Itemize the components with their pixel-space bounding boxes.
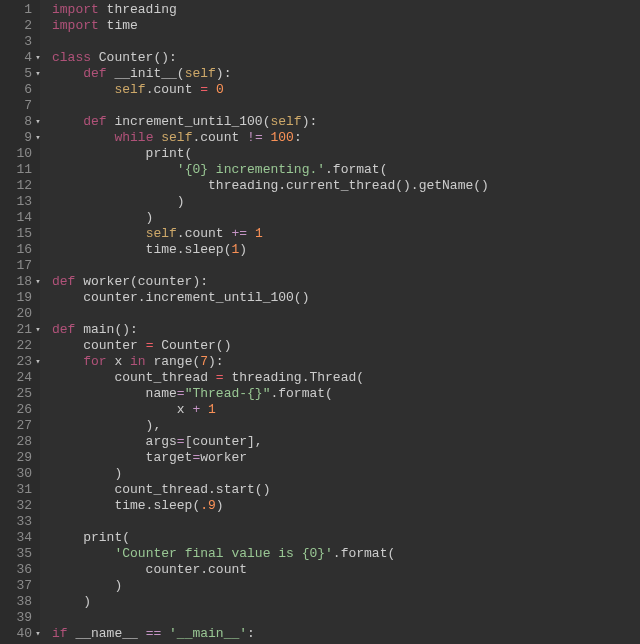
code-line[interactable]: ): [52, 466, 640, 482]
token-assign: =: [216, 370, 224, 385]
code-line[interactable]: import threading: [52, 2, 640, 18]
token-kw: if: [52, 626, 68, 641]
code-line[interactable]: ): [52, 210, 640, 226]
code-line[interactable]: def worker(counter):: [52, 274, 640, 290]
code-line[interactable]: def increment_until_100(self):: [52, 114, 640, 130]
code-line[interactable]: [52, 258, 640, 274]
token-text: count_thread.start(): [52, 482, 270, 497]
code-line[interactable]: 'Counter final value is {0}'.format(: [52, 546, 640, 562]
code-line[interactable]: [52, 610, 640, 626]
code-line[interactable]: class Counter():: [52, 50, 640, 66]
code-line[interactable]: target=worker: [52, 450, 640, 466]
code-line[interactable]: args=[counter],: [52, 434, 640, 450]
code-line[interactable]: counter = Counter(): [52, 338, 640, 354]
code-editor[interactable]: 1234▾5▾678▾9▾101112131415161718▾192021▾2…: [0, 0, 640, 644]
line-number: 38: [0, 594, 38, 610]
code-line[interactable]: self.count += 1: [52, 226, 640, 242]
token-kw: def: [52, 322, 75, 337]
token-str: 'Counter final value is {0}': [114, 546, 332, 561]
line-number: 18▾: [0, 274, 38, 290]
token-text: x: [107, 354, 130, 369]
token-op: +=: [231, 226, 247, 241]
code-line[interactable]: def main():: [52, 322, 640, 338]
code-line[interactable]: ),: [52, 418, 640, 434]
token-text: print(: [52, 530, 130, 545]
code-line[interactable]: [52, 34, 640, 50]
line-number: 11: [0, 162, 38, 178]
code-line[interactable]: counter.count: [52, 562, 640, 578]
code-line[interactable]: threading.current_thread().getName(): [52, 178, 640, 194]
token-text: [52, 546, 114, 561]
token-text: print(: [52, 146, 192, 161]
line-number: 26: [0, 402, 38, 418]
code-line[interactable]: self.count = 0: [52, 82, 640, 98]
token-text: counter.increment_until_100(): [52, 290, 309, 305]
code-line[interactable]: ): [52, 594, 640, 610]
code-line[interactable]: time.sleep(1): [52, 242, 640, 258]
token-text: [52, 226, 146, 241]
code-line[interactable]: [52, 306, 640, 322]
code-line[interactable]: while self.count != 100:: [52, 130, 640, 146]
token-kw: class: [52, 50, 91, 65]
token-text: .count: [177, 226, 232, 241]
code-line[interactable]: [52, 514, 640, 530]
code-line[interactable]: time.sleep(.9): [52, 498, 640, 514]
token-text: .format(: [325, 162, 387, 177]
token-text: ):: [208, 354, 224, 369]
code-line[interactable]: counter.increment_until_100(): [52, 290, 640, 306]
token-text: [52, 162, 177, 177]
token-text: [208, 82, 216, 97]
token-text: ):: [302, 114, 318, 129]
line-number: 3: [0, 34, 38, 50]
code-line[interactable]: x + 1: [52, 402, 640, 418]
token-text: __init__(: [107, 66, 185, 81]
code-area[interactable]: import threadingimport timeclass Counter…: [40, 0, 640, 644]
code-line[interactable]: name="Thread-{}".format(: [52, 386, 640, 402]
token-text: threading.current_thread().getName(): [52, 178, 489, 193]
token-text: [52, 130, 114, 145]
code-line[interactable]: print(: [52, 530, 640, 546]
fold-icon[interactable]: ▾: [34, 322, 42, 338]
token-text: .format(: [333, 546, 395, 561]
token-text: __name__: [68, 626, 146, 641]
fold-icon[interactable]: ▾: [34, 50, 42, 66]
token-num: 7: [200, 354, 208, 369]
code-line[interactable]: print(: [52, 146, 640, 162]
line-number: 23▾: [0, 354, 38, 370]
fold-icon[interactable]: ▾: [34, 114, 42, 130]
code-line[interactable]: ): [52, 194, 640, 210]
line-number: 27: [0, 418, 38, 434]
token-text: counter.count: [52, 562, 247, 577]
gutter: 1234▾5▾678▾9▾101112131415161718▾192021▾2…: [0, 0, 40, 644]
code-line[interactable]: if __name__ == '__main__':: [52, 626, 640, 642]
line-number: 14: [0, 210, 38, 226]
token-op: ==: [146, 626, 162, 641]
token-text: ): [52, 466, 122, 481]
code-line[interactable]: '{0} incrementing.'.format(: [52, 162, 640, 178]
code-line[interactable]: count_thread.start(): [52, 482, 640, 498]
token-text: count_thread: [52, 370, 216, 385]
fold-icon[interactable]: ▾: [34, 626, 42, 642]
line-number: 33: [0, 514, 38, 530]
code-line[interactable]: for x in range(7):: [52, 354, 640, 370]
code-line[interactable]: def __init__(self):: [52, 66, 640, 82]
token-text: :: [294, 130, 302, 145]
line-number: 7: [0, 98, 38, 114]
code-line[interactable]: count_thread = threading.Thread(: [52, 370, 640, 386]
code-line[interactable]: [52, 98, 640, 114]
token-text: x: [52, 402, 192, 417]
token-text: worker(counter):: [75, 274, 208, 289]
token-text: ): [52, 194, 185, 209]
line-number: 13: [0, 194, 38, 210]
token-kw: while: [114, 130, 153, 145]
code-line[interactable]: import time: [52, 18, 640, 34]
token-kw: def: [83, 114, 106, 129]
code-line[interactable]: ): [52, 578, 640, 594]
fold-icon[interactable]: ▾: [34, 66, 42, 82]
token-text: increment_until_100(: [107, 114, 271, 129]
token-kw: import: [52, 18, 99, 33]
fold-icon[interactable]: ▾: [34, 354, 42, 370]
token-text: ),: [52, 418, 161, 433]
fold-icon[interactable]: ▾: [34, 130, 42, 146]
fold-icon[interactable]: ▾: [34, 274, 42, 290]
